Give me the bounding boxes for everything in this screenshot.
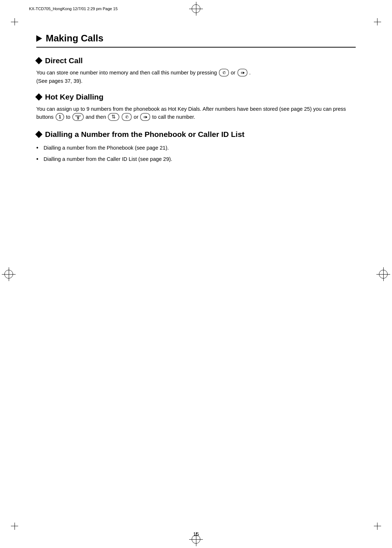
speaker-button-icon: 🕪 — [237, 69, 248, 77]
dialling-phonebook-header: Dialling a Number from the Phonebook or … — [36, 130, 356, 139]
bullet-item-1: Dialling a number from the Phonebook (se… — [36, 144, 356, 152]
dialling-phonebook-heading: Dialling a Number from the Phonebook or … — [45, 130, 245, 139]
direct-call-text3: (See pages 37, 39). — [36, 78, 82, 84]
hot-key-heading: Hot Key Dialling — [45, 93, 103, 101]
call-button-icon-1: ✆ — [219, 69, 229, 77]
registration-mark-left — [4, 270, 13, 279]
hot-key-body: You can assign up to 9 numbers from the … — [36, 105, 356, 122]
crop-mark — [374, 526, 381, 526]
svg-text:🕪: 🕪 — [143, 115, 147, 119]
title-underline — [36, 47, 356, 48]
svg-text:🕪: 🕪 — [240, 70, 244, 75]
direct-call-text2: . — [249, 70, 251, 76]
nav-icon: ⇅ — [108, 113, 119, 121]
bullet-item-2: Dialling a number from the Caller ID Lis… — [36, 155, 356, 163]
registration-mark-right — [379, 270, 388, 279]
direct-call-body: You can store one number into memory and… — [36, 69, 356, 85]
hot-key-to: to — [66, 114, 70, 120]
diamond-icon-3 — [35, 131, 42, 138]
crop-mark — [377, 18, 377, 25]
crop-mark — [377, 523, 377, 530]
svg-text:✆: ✆ — [125, 115, 128, 119]
direct-call-header: Direct Call — [36, 56, 356, 65]
main-content: Making Calls Direct Call You can store o… — [36, 25, 356, 519]
making-calls-heading: Making Calls — [46, 33, 103, 44]
call-button-icon-2: ✆ — [122, 113, 132, 121]
hot-key-header: Hot Key Dialling — [36, 93, 356, 101]
page-number: 15 — [193, 531, 199, 537]
direct-call-or1: or — [231, 70, 237, 76]
direct-call-heading: Direct Call — [45, 56, 83, 65]
button-9-icon: wxyz 9 — [72, 113, 84, 121]
crop-mark — [15, 523, 15, 530]
direct-call-text1: You can store one number into memory and… — [36, 70, 217, 76]
page: KX-TCD705_HongKong 12/7/01 2:29 pm Page … — [0, 0, 392, 548]
crop-mark — [374, 22, 381, 22]
making-calls-title-row: Making Calls — [36, 33, 356, 44]
dialling-bullet-list: Dialling a number from the Phonebook (se… — [36, 144, 356, 163]
hot-key-to2: to call the number. — [152, 114, 195, 120]
speaker-button-icon-2: 🕪 — [140, 113, 150, 121]
diamond-icon — [35, 57, 42, 64]
svg-text:✆: ✆ — [222, 70, 225, 75]
header: KX-TCD705_HongKong 12/7/01 2:29 pm Page … — [29, 7, 363, 11]
hot-key-and-then: and then — [86, 114, 107, 120]
header-text: KX-TCD705_HongKong 12/7/01 2:29 pm Page … — [29, 7, 118, 11]
svg-text:9: 9 — [77, 116, 79, 120]
button-1-icon: 1 — [56, 113, 64, 121]
diamond-icon-2 — [35, 93, 42, 101]
svg-text:⇅: ⇅ — [111, 114, 116, 119]
crop-mark — [15, 18, 15, 25]
svg-text:1: 1 — [58, 114, 61, 119]
hot-key-or2: or — [134, 114, 140, 120]
arrow-icon — [36, 35, 42, 42]
